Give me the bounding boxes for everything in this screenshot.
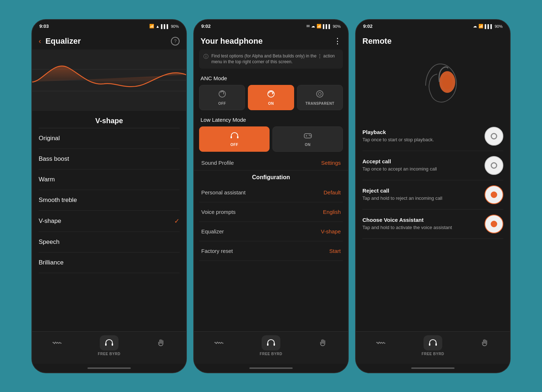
lat-gamepad-icon (303, 132, 313, 141)
svg-rect-9 (231, 136, 232, 138)
eq-check-icon: ✓ (174, 217, 180, 225)
bottom-nav-2: FREE BYRD (194, 331, 348, 364)
s3-title: Remote (362, 36, 392, 46)
nav-headphone-icon-3 (423, 335, 442, 350)
nav-item-headphone-1[interactable]: FREE BYRD (98, 335, 120, 356)
remote-item-accept: Accept call Tap once to accept an incomi… (362, 151, 503, 180)
svg-rect-20 (429, 343, 430, 346)
latency-label: Low Latency Mode (194, 114, 348, 125)
config-value-1: English (323, 209, 341, 215)
more-icon[interactable]: ⋮ (334, 36, 341, 46)
nav-headphone-icon-2 (262, 335, 280, 350)
sound-profile-row[interactable]: Sound Profile Settings (194, 155, 348, 171)
lat-on-label: ON (305, 143, 311, 147)
help-icon[interactable]: ? (171, 37, 180, 46)
status-bar-2: 9:02 ✉ ☁ 📶 ▌▌▌ 90% (194, 20, 348, 33)
phone-screen-2: 9:02 ✉ ☁ 📶 ▌▌▌ 90% Your headphone ⋮ ⓘ Fi… (193, 19, 349, 373)
eq-item-brilliance[interactable]: Brilliance (39, 253, 180, 273)
status-time-2: 9:02 (201, 23, 211, 29)
config-item-equalizer[interactable]: Equalizer V-shape (199, 222, 343, 241)
lat-on-btn[interactable]: ON (272, 126, 343, 152)
remote-accept-desc: Tap once to accept an incoming call (362, 166, 480, 172)
nav-item-gesture-1[interactable] (152, 335, 171, 350)
home-bar-3 (411, 367, 455, 369)
svg-rect-16 (267, 343, 268, 346)
eq-item-label-2: Warm (39, 176, 55, 183)
nav-gesture-icon-2 (314, 335, 332, 350)
bluetooth-icon-3: 📶 (478, 24, 483, 29)
nav-label-headphone-1: FREE BYRD (98, 352, 120, 356)
eq-item-label-6: Brilliance (39, 259, 64, 266)
anc-off-icon (218, 90, 227, 100)
wifi-icon-1: ▲ (156, 24, 160, 29)
eq-graph (32, 49, 186, 111)
eq-item-bass[interactable]: Bass boost (39, 149, 180, 169)
bluetooth-icon-2: 📶 (317, 24, 322, 29)
remote-voice-toggle[interactable] (485, 215, 503, 233)
remote-playback-toggle[interactable] (485, 127, 503, 146)
config-item-voice[interactable]: Voice prompts English (199, 202, 343, 222)
nav-gesture-icon-1 (152, 335, 171, 350)
config-label-1: Voice prompts (201, 209, 236, 215)
eq-list: Original Bass boost Warm Smooth treble V… (32, 128, 186, 331)
eq-item-warm[interactable]: Warm (39, 169, 180, 190)
eq-item-label-4: V-shape (39, 217, 61, 225)
remote-reject-text: Reject call Tap and hold to reject an in… (362, 188, 480, 202)
svg-rect-10 (237, 136, 238, 138)
config-value-0: Default (323, 189, 341, 195)
nav-item-eq-2[interactable] (210, 335, 228, 350)
anc-on-btn[interactable]: ON (248, 85, 294, 110)
help-question: ? (174, 38, 176, 44)
nav-item-headphone-2[interactable]: FREE BYRD (260, 335, 282, 356)
back-icon[interactable]: ‹ (39, 37, 41, 45)
svg-point-8 (318, 92, 321, 95)
eq-item-vshape[interactable]: V-shape ✓ (39, 211, 180, 232)
nav-item-eq-1[interactable] (48, 335, 66, 350)
eq-item-speech[interactable]: Speech (39, 232, 180, 253)
eq-title: Equalizer (46, 36, 167, 46)
signal-icon-2: ▌▌▌ (323, 24, 331, 29)
anc-off-btn[interactable]: OFF (199, 85, 245, 110)
eq-item-original[interactable]: Original (39, 128, 180, 149)
remote-playback-desc: Tap once to start or stop playback. (362, 137, 480, 143)
remote-reject-desc: Tap and hold to reject an incoming call (362, 195, 480, 202)
signal-icon-1: ▌▌▌ (161, 24, 169, 29)
battery-2: 90% (333, 24, 341, 29)
s2-title: Your headphone (201, 36, 263, 46)
eq-item-smooth[interactable]: Smooth treble (39, 190, 180, 211)
bluetooth-icon-1: 📶 (149, 24, 154, 29)
anc-on-icon (267, 90, 275, 100)
nav-item-gesture-3[interactable] (476, 335, 494, 350)
nav-item-gesture-2[interactable] (314, 335, 332, 350)
eq-header: ‹ Equalizer ? (32, 33, 186, 49)
battery-1: 90% (171, 24, 179, 29)
home-bar-2 (249, 367, 293, 369)
anc-on-label: ON (268, 102, 274, 105)
home-indicator-3 (356, 364, 510, 372)
svg-rect-21 (435, 343, 437, 346)
status-time-3: 9:02 (363, 23, 373, 29)
eq-item-label-5: Speech (39, 238, 60, 246)
lat-off-btn[interactable]: OFF (199, 126, 270, 152)
config-value-3: Start (329, 248, 341, 254)
remote-reject-toggle[interactable] (485, 185, 503, 204)
remote-accept-toggle[interactable] (485, 156, 503, 175)
status-bar-3: 9:02 ☁ 📶 ▌▌▌ 90% (356, 20, 510, 33)
nav-item-headphone-3[interactable]: FREE BYRD (422, 335, 444, 356)
s3-header: Remote (356, 33, 510, 49)
home-indicator-1 (32, 364, 186, 372)
phone-screen-3: 9:02 ☁ 📶 ▌▌▌ 90% Remote (355, 19, 511, 373)
nav-gesture-icon-3 (476, 335, 494, 350)
eq-profile-name: V-shape (32, 111, 186, 128)
config-item-factory[interactable]: Factory reset Start (199, 241, 343, 261)
nav-item-eq-3[interactable] (371, 335, 390, 350)
bottom-nav-1: FREE BYRD (32, 331, 186, 364)
battery-3: 90% (495, 24, 503, 29)
svg-point-14 (309, 135, 310, 136)
toggle-dot-accept (491, 162, 497, 169)
anc-transparent-label: TRANSPARENT (305, 102, 334, 105)
config-item-assistant[interactable]: Personal assistant Default (199, 183, 343, 202)
anc-transparent-btn[interactable]: TRANSPARENT (297, 85, 343, 110)
eq-item-label-3: Smooth treble (39, 197, 77, 204)
bottom-nav-3: FREE BYRD (356, 331, 510, 364)
